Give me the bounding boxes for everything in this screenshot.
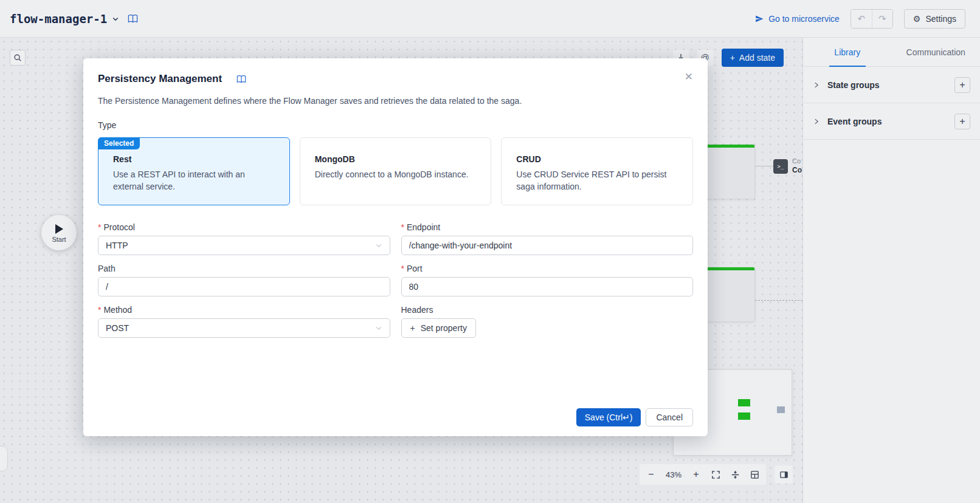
type-card-mongodb[interactable]: MongoDB Directly connect to a MongoDB in… [300,137,492,205]
path-field: Path [98,264,390,296]
card-title: Rest [113,154,275,164]
type-card-crud[interactable]: CRUD Use CRUD Service REST API to persis… [501,137,693,205]
required-marker: * [98,305,101,315]
protocol-value: HTTP [106,241,128,250]
headers-field: Headers + Set property [401,305,694,338]
card-description: Use CRUD Service REST API to persist sag… [516,168,678,193]
path-input[interactable] [98,277,390,296]
method-field: * Method POST [98,305,390,338]
cancel-button[interactable]: Cancel [646,408,693,426]
endpoint-input[interactable] [401,236,694,255]
type-cards: Selected Rest Use a REST API to interact… [98,137,693,205]
protocol-field: * Protocol HTTP [98,222,390,255]
modal-description: The Persistence Management defines where… [98,96,693,106]
required-marker: * [98,222,101,232]
selected-badge: Selected [98,137,140,149]
modal-docs-book-icon[interactable] [236,74,246,84]
path-label: Path [98,264,116,273]
persistency-management-modal: ✕ Persistency Management The Persistence… [83,58,708,436]
method-value: POST [106,323,129,333]
card-description: Directly connect to a MongoDB instance. [315,168,477,180]
close-icon: ✕ [685,71,693,83]
chevron-down-icon [375,324,382,332]
type-card-rest[interactable]: Selected Rest Use a REST API to interact… [98,137,290,205]
method-label: Method [103,305,132,315]
card-title: CRUD [516,154,678,164]
chevron-down-icon [375,242,382,249]
port-label: Port [407,264,423,273]
required-marker: * [401,222,404,232]
type-label: Type [98,120,693,130]
port-input[interactable] [401,277,694,296]
method-select[interactable]: POST [98,318,390,338]
required-marker: * [401,264,404,273]
headers-label: Headers [401,305,433,315]
endpoint-field: * Endpoint [401,222,694,255]
set-property-label: Set property [421,323,467,333]
save-button[interactable]: Save (Ctrl↵) [576,408,641,426]
set-property-button[interactable]: + Set property [401,318,476,338]
protocol-select[interactable]: HTTP [98,236,390,255]
plus-icon: + [410,323,415,333]
port-field: * Port [401,264,694,296]
modal-title: Persistency Management [98,73,222,85]
card-title: MongoDB [315,154,477,164]
endpoint-label: Endpoint [407,222,440,232]
protocol-label: Protocol [103,222,134,232]
card-description: Use a REST API to interact with an exter… [113,168,275,193]
close-button[interactable]: ✕ [685,70,693,83]
persistency-form: * Protocol HTTP * Endpoint Path [98,222,693,338]
